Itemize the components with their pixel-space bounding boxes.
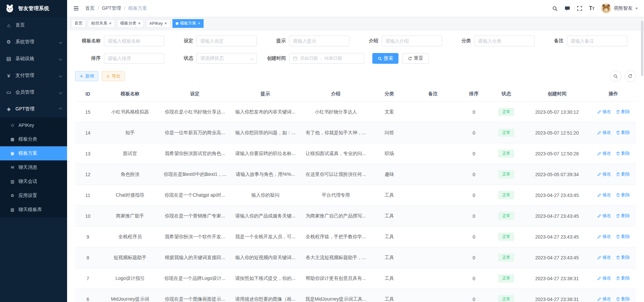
delete-link[interactable]: 删除 — [616, 275, 630, 281]
delete-link[interactable]: 删除 — [616, 254, 630, 260]
delete-link[interactable]: 删除 — [616, 213, 630, 219]
status-badge: 正常 — [498, 233, 514, 241]
scrollbar-thumb[interactable] — [641, 21, 643, 76]
filter-template-name-input[interactable] — [104, 36, 164, 46]
cell-created: 2023-04-27 23:43:45 — [523, 247, 591, 268]
cell-prompt: 输入你的疑问 — [230, 185, 301, 206]
tab-fan-relation[interactable]: 粉丝关系× — [88, 19, 115, 28]
cell-intro: 小红书好物分享达人 — [301, 102, 371, 122]
delete-icon — [616, 276, 620, 281]
delete-link[interactable]: 删除 — [616, 234, 630, 240]
sidebar-item-system[interactable]: ⚙系统管理 — [0, 34, 67, 50]
delete-link[interactable]: 删除 — [616, 109, 630, 115]
reset-button[interactable]: 重置 — [402, 53, 429, 64]
sidebar-item-member[interactable]: ▭会员管理 — [0, 84, 67, 101]
cell-remark — [408, 102, 458, 122]
sidebar-item-payment[interactable]: ¥支付管理 — [0, 67, 67, 84]
edit-link[interactable]: 修改 — [597, 296, 611, 302]
cell-remark — [408, 185, 458, 206]
tab-home[interactable]: 首页 — [71, 19, 86, 28]
cell-category: 工具 — [371, 289, 408, 302]
refresh-table-button[interactable] — [625, 70, 636, 82]
cell-status: 正常 — [489, 164, 523, 185]
edit-link[interactable]: 修改 — [597, 213, 611, 219]
cell-setting: 我希望你扮演一个软件开发... — [160, 226, 230, 247]
user-name: 萌熊智友 — [614, 5, 633, 11]
cell-status: 正常 — [489, 289, 523, 302]
breadcrumb-separator: / — [124, 6, 125, 11]
sidebar-item-template-plan[interactable]: ▣模板方案 — [0, 146, 67, 160]
cell-actions: 修改删除 — [591, 289, 636, 302]
delete-link[interactable]: 删除 — [616, 296, 630, 302]
tab-template-plan[interactable]: 模板方案× — [172, 19, 204, 28]
cell-id: 12 — [75, 164, 101, 185]
toggle-search-button[interactable] — [610, 70, 621, 82]
home-icon: ⌂ — [5, 22, 12, 28]
search-icon[interactable] — [552, 6, 558, 11]
tab-apikey[interactable]: APIKey× — [146, 19, 170, 28]
search-button[interactable]: 搜索 — [372, 53, 398, 64]
sidebar-item-infrastructure[interactable]: ▤基础设施 — [0, 50, 67, 67]
edit-link[interactable]: 修改 — [597, 130, 611, 136]
status-filter-label: 状态 — [168, 55, 197, 61]
created-date-range[interactable]: 开始日期 - 结束日期 — [289, 53, 364, 64]
fullscreen-icon[interactable] — [577, 6, 582, 11]
user-menu[interactable]: 萌熊智友 — [601, 3, 638, 13]
topbar: 首页/GPT管理/模板方案 TT 萌熊智友 — [67, 0, 644, 17]
sidebar-item-template-category[interactable]: ▦模板分类 — [0, 132, 67, 146]
status-filter-select[interactable]: 请选择状态 — [197, 53, 257, 64]
sidebar-item-gpt[interactable]: ◈GPT管理 — [0, 101, 67, 117]
grid-icon: ▦ — [9, 137, 15, 142]
add-button[interactable]: 新增 — [75, 71, 98, 81]
filter-remark-input[interactable] — [567, 36, 627, 46]
cell-remark — [408, 143, 458, 164]
filter-intro-input[interactable] — [382, 36, 442, 46]
filter-prompt-input[interactable] — [289, 36, 350, 46]
edit-icon — [597, 151, 601, 156]
edit-link[interactable]: 修改 — [597, 150, 611, 156]
delete-link[interactable]: 删除 — [616, 150, 630, 156]
breadcrumb: 首页/GPT管理/模板方案 — [85, 5, 147, 11]
sidebar-item-home[interactable]: ⌂首页 — [0, 17, 67, 34]
font-size-icon[interactable]: TT — [589, 6, 594, 11]
cell-category: 工具 — [371, 185, 408, 206]
status-badge: 正常 — [498, 295, 514, 302]
filter-category-input[interactable] — [474, 36, 535, 46]
delete-link[interactable]: 删除 — [616, 130, 630, 136]
edit-link[interactable]: 修改 — [597, 254, 611, 260]
edit-link[interactable]: 修改 — [597, 171, 611, 177]
breadcrumb-item[interactable]: 首页 — [85, 5, 95, 11]
sidebar-item-chat-message[interactable]: ✉聊天消息 — [0, 160, 67, 174]
cell-created: 2023-04-27 23:38:31 — [523, 268, 591, 289]
sort-filter-input[interactable] — [104, 53, 164, 64]
table-row: 9全栈程序员我希望你扮演一个软件开发...我是一个全栈开发人员，可...全栈程序… — [75, 226, 636, 247]
message-icon[interactable] — [565, 6, 570, 11]
cell-sort: 0 — [459, 143, 489, 164]
close-icon[interactable]: × — [138, 21, 141, 26]
delete-link[interactable]: 删除 — [616, 192, 630, 198]
edit-link[interactable]: 修改 — [597, 234, 611, 240]
close-icon[interactable]: × — [109, 21, 112, 26]
sidebar-item-app-settings[interactable]: ⚙应用设置 — [0, 189, 67, 203]
close-icon[interactable]: × — [198, 21, 201, 26]
table-row: 14知乎你是一位年薪百万的商业高...输入你想回答的问题，如：...有了他，你就… — [75, 122, 636, 143]
sidebar-toggle-icon[interactable] — [73, 5, 79, 11]
close-icon[interactable]: × — [164, 21, 167, 26]
tab-template-category[interactable]: 模板分类× — [117, 19, 144, 28]
sidebar-item-chat-session[interactable]: ▥聊天会话 — [0, 174, 67, 189]
sidebar-item-apikey[interactable]: ◇APIKey — [0, 118, 67, 132]
sidebar-item-chat-template-lib[interactable]: ▧聊天模板库 — [0, 203, 67, 217]
delete-link[interactable]: 删除 — [616, 171, 630, 177]
filter-setting-input[interactable] — [197, 36, 257, 46]
cell-category: 职场 — [371, 143, 408, 164]
breadcrumb-item[interactable]: GPT管理 — [102, 5, 121, 11]
export-button[interactable]: 导出 — [102, 71, 125, 81]
edit-link[interactable]: 修改 — [597, 275, 611, 281]
cell-setting: 你现在是一个Chatgpt api对... — [160, 185, 230, 206]
cell-remark — [408, 164, 458, 185]
filter-setting-label: 设定 — [168, 38, 197, 44]
edit-link[interactable]: 修改 — [597, 109, 611, 115]
cell-sort: 0 — [459, 289, 489, 302]
cell-created: 2023-05-07 12:51:20 — [523, 122, 591, 143]
edit-link[interactable]: 修改 — [597, 192, 611, 198]
